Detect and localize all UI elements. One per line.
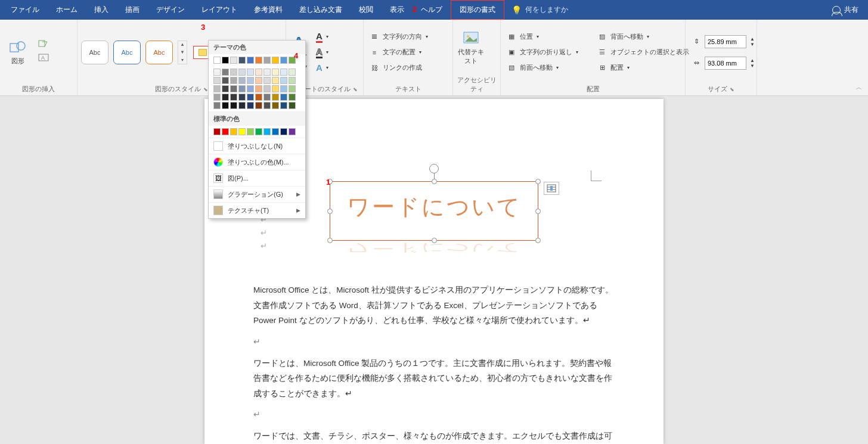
color-swatch[interactable] [213, 57, 221, 64]
wrap-text-button[interactable]: ▣文字列の折り返し ▾ [504, 46, 581, 59]
document-canvas[interactable]: ↵↵↵↵↵↵↵↵↵↵↵ ワードについて ワードについて Microsoft Of… [0, 96, 868, 444]
color-swatch[interactable] [255, 57, 262, 64]
tell-me-search[interactable]: 💡 何をしますか [504, 5, 575, 15]
stepper-down[interactable]: ▼ [750, 63, 755, 69]
color-swatch[interactable] [289, 85, 296, 92]
color-swatch[interactable] [238, 77, 246, 84]
color-swatch[interactable] [247, 128, 254, 135]
tab-mailings[interactable]: 差し込み文書 [291, 0, 351, 20]
create-link-button[interactable]: ⛓リンクの作成 [367, 61, 430, 74]
alt-text-button[interactable]: 代替テキスト [457, 30, 485, 66]
bring-forward-button[interactable]: ▧前面へ移動 ▾ [504, 61, 581, 74]
tab-help[interactable]: ヘルプ [413, 0, 451, 20]
color-swatch[interactable] [238, 57, 246, 64]
text-effects-button[interactable]: A▾ [314, 61, 331, 74]
color-swatch[interactable] [213, 102, 221, 109]
tab-layout[interactable]: レイアウト [193, 0, 246, 20]
paragraph[interactable]: ワードとは、Microsoft Office 製品のうちの１つです。主に文書作成… [253, 356, 615, 402]
color-swatch[interactable] [264, 128, 271, 135]
align-button[interactable]: ⊞配置 ▾ [595, 61, 692, 74]
color-swatch[interactable] [280, 102, 287, 109]
color-swatch[interactable] [222, 77, 229, 84]
tab-home[interactable]: ホーム [48, 0, 86, 20]
shape-width-input[interactable] [705, 57, 746, 70]
color-swatch[interactable] [289, 77, 296, 84]
no-fill-item[interactable]: 塗りつぶしなし(N) [209, 138, 305, 154]
color-swatch[interactable] [255, 128, 262, 135]
stepper-up[interactable]: ▲ [750, 36, 755, 42]
shape-style-gallery[interactable]: Abc Abc Abc ▲▼▾ [81, 41, 187, 64]
resize-handle[interactable] [535, 179, 541, 184]
color-swatch[interactable] [247, 77, 254, 84]
color-swatch[interactable] [222, 85, 229, 92]
color-swatch[interactable] [247, 102, 254, 109]
align-text-button[interactable]: ≡文字の配置 ▾ [367, 46, 430, 59]
selection-pane-button[interactable]: ☰オブジェクトの選択と表示 [595, 46, 692, 59]
text-direction-button[interactable]: 𝌆文字列の方向 ▾ [367, 30, 430, 44]
rotate-handle[interactable] [429, 164, 439, 173]
more-fill-colors-item[interactable]: 塗りつぶしの色(M)... [209, 154, 305, 170]
color-swatch[interactable] [289, 94, 296, 101]
shapes-button[interactable]: 図形 [4, 39, 32, 66]
color-swatch[interactable] [255, 102, 262, 109]
resize-handle[interactable] [432, 179, 437, 184]
style-preset-3[interactable]: Abc [145, 41, 173, 64]
color-swatch[interactable] [255, 94, 262, 101]
color-swatch[interactable] [247, 85, 254, 92]
color-swatch[interactable] [280, 57, 287, 64]
body-text[interactable]: Microsoft Office とは、Microsoft 社が提供するビジネス… [253, 282, 615, 444]
color-swatch[interactable] [255, 69, 262, 76]
color-swatch[interactable] [238, 102, 246, 109]
color-swatch[interactable] [280, 94, 287, 101]
color-swatch[interactable] [230, 57, 237, 64]
tab-draw[interactable]: 描画 [117, 0, 148, 20]
color-swatch[interactable] [213, 69, 221, 76]
color-swatch[interactable] [247, 57, 254, 64]
picture-fill-item[interactable]: 🖼図(P)... [209, 170, 305, 186]
color-swatch[interactable] [238, 69, 246, 76]
tab-review[interactable]: 校閲 [351, 0, 382, 20]
dialog-launcher-icon[interactable]: ⬊ [727, 86, 734, 92]
position-button[interactable]: ▦位置 ▾ [504, 30, 581, 44]
color-swatch[interactable] [272, 128, 279, 135]
resize-handle[interactable] [327, 209, 333, 214]
collapse-ribbon-button[interactable]: ︿ [856, 83, 862, 92]
stepper-down[interactable]: ▼ [750, 42, 755, 47]
color-swatch[interactable] [280, 128, 287, 135]
style-preset-2[interactable]: Abc [113, 41, 141, 64]
color-swatch[interactable] [213, 77, 221, 84]
wordart-selection-box[interactable]: ワードについて ワードについて [330, 181, 538, 241]
color-swatch[interactable] [255, 77, 262, 84]
edit-shape-icon[interactable] [38, 40, 50, 51]
color-swatch[interactable] [264, 57, 271, 64]
color-swatch[interactable] [230, 69, 237, 76]
color-swatch[interactable] [213, 128, 221, 135]
dialog-launcher-icon[interactable]: ⬊ [201, 86, 208, 92]
color-swatch[interactable] [280, 85, 287, 92]
tab-design[interactable]: デザイン [148, 0, 193, 20]
tab-file[interactable]: ファイル [2, 0, 48, 20]
layout-options-button[interactable] [544, 182, 559, 195]
color-swatch[interactable] [289, 102, 296, 109]
style-gallery-more[interactable]: ▲▼▾ [178, 41, 187, 64]
color-swatch[interactable] [280, 69, 287, 76]
color-swatch[interactable] [230, 128, 237, 135]
color-swatch[interactable] [222, 57, 229, 64]
paragraph[interactable]: ワードでは、文書、チラシ、ポスター、様々なものが作成できます。エクセルでも文書作… [253, 429, 615, 444]
color-swatch[interactable] [222, 128, 229, 135]
tab-view[interactable]: 表示 [382, 0, 413, 20]
color-swatch[interactable] [230, 77, 237, 84]
color-swatch[interactable] [247, 69, 254, 76]
wordart-text[interactable]: ワードについて [330, 182, 538, 228]
text-box-icon[interactable]: A [38, 54, 50, 64]
color-swatch[interactable] [230, 85, 237, 92]
texture-fill-item[interactable]: テクスチャ(T)▶ [209, 202, 305, 218]
color-swatch[interactable] [264, 85, 271, 92]
paragraph[interactable]: Microsoft Office とは、Microsoft 社が提供するビジネス… [253, 282, 615, 328]
color-swatch[interactable] [272, 77, 279, 84]
color-swatch[interactable] [222, 94, 229, 101]
color-swatch[interactable] [272, 57, 279, 64]
color-swatch[interactable] [272, 94, 279, 101]
text-fill-button[interactable]: A▾ [314, 30, 331, 44]
color-swatch[interactable] [264, 77, 271, 84]
